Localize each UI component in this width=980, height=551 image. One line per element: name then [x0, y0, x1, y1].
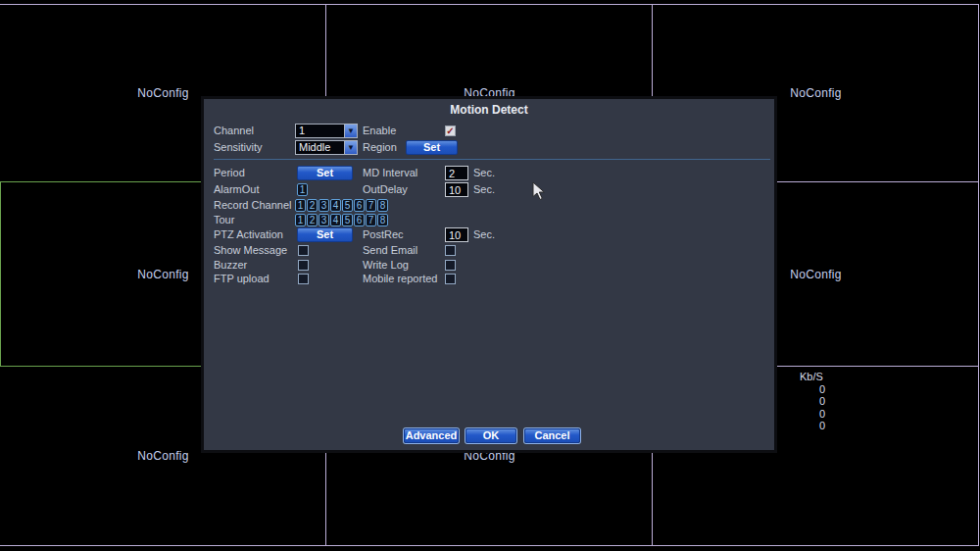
record-channel-chip[interactable]: 8 [377, 199, 388, 212]
advanced-button[interactable]: Advanced [404, 428, 459, 443]
write-log-checkbox[interactable] [445, 260, 456, 271]
region-label: Region [363, 141, 397, 153]
no-config-label: NoConfig [790, 86, 841, 100]
alarm-out-chip[interactable]: 1 [297, 183, 308, 196]
record-channel-chip[interactable]: 1 [295, 199, 306, 212]
bitrate-header: Kb/S [796, 371, 825, 383]
no-config-label: NoConfig [137, 268, 188, 281]
md-interval-unit: Sec. [473, 167, 495, 178]
dvr-screen: NoConfig NoConfig NoConfig NoConfig NoCo… [0, 0, 980, 551]
record-channel-label: Record Channel [214, 199, 292, 211]
cancel-button[interactable]: Cancel [524, 428, 580, 443]
sensitivity-select-value: Middle [296, 141, 344, 154]
ptz-activation-label: PTZ Activation [214, 228, 283, 240]
enable-label: Enable [363, 125, 396, 136]
dialog-title: Motion Detect [204, 103, 774, 117]
out-delay-input[interactable] [445, 182, 468, 197]
show-message-checkbox[interactable] [298, 245, 309, 256]
out-delay-unit: Sec. [473, 183, 495, 195]
ftp-upload-label: FTP upload [214, 273, 270, 284]
buzzer-checkbox[interactable] [298, 260, 309, 271]
bitrate-value: 0 [796, 395, 825, 408]
enable-checkbox[interactable] [445, 125, 456, 136]
chevron-down-icon[interactable]: ▼ [344, 141, 357, 154]
chevron-down-icon[interactable]: ▼ [344, 125, 357, 137]
tour-chip[interactable]: 7 [366, 214, 376, 226]
record-channel-chip[interactable]: 3 [318, 199, 329, 212]
send-email-label: Send Email [363, 244, 417, 256]
no-config-label: NoConfig [790, 268, 841, 281]
no-config-label: NoConfig [137, 86, 188, 100]
grid-line-horizontal [0, 545, 979, 546]
record-channel-chip[interactable]: 4 [330, 199, 341, 212]
tour-label: Tour [214, 214, 234, 225]
record-channel-chip[interactable]: 7 [366, 199, 376, 212]
tour-chip[interactable]: 3 [318, 214, 329, 226]
bitrate-value: 0 [796, 383, 825, 396]
md-interval-label: MD Interval [363, 167, 417, 178]
out-delay-label: OutDelay [363, 183, 408, 195]
mobile-reported-checkbox[interactable] [445, 274, 456, 284]
region-set-button[interactable]: Set [406, 140, 458, 155]
tour-chip[interactable]: 8 [377, 214, 388, 226]
sensitivity-label: Sensitivity [214, 141, 263, 153]
alarm-out-chips: 1 [297, 183, 308, 196]
tour-chips: 1 2 3 4 5 6 7 8 [295, 214, 388, 226]
mobile-reported-label: Mobile reported [363, 273, 437, 284]
tour-chip[interactable]: 6 [354, 214, 365, 226]
send-email-checkbox[interactable] [445, 245, 456, 256]
record-channel-chip[interactable]: 2 [307, 199, 318, 212]
post-rec-label: PostRec [363, 228, 404, 240]
tour-chip[interactable]: 1 [295, 214, 306, 226]
tour-chip[interactable]: 4 [330, 214, 341, 226]
channel-select-value: 1 [296, 125, 344, 137]
record-channel-chips: 1 2 3 4 5 6 7 8 [295, 199, 388, 212]
record-channel-chip[interactable]: 5 [342, 199, 353, 212]
period-set-button[interactable]: Set [297, 166, 353, 180]
ptz-activation-set-button[interactable]: Set [297, 227, 353, 242]
channel-select[interactable]: 1 ▼ [295, 124, 358, 138]
write-log-label: Write Log [363, 259, 409, 271]
mouse-cursor-icon [532, 181, 546, 201]
show-message-label: Show Message [214, 244, 287, 256]
bitrate-panel: Kb/S 0 0 0 0 [796, 371, 825, 432]
no-config-label: NoConfig [137, 449, 188, 463]
channel-label: Channel [214, 125, 254, 136]
bitrate-value: 0 [796, 420, 825, 432]
separator [214, 159, 770, 160]
bitrate-value: 0 [796, 408, 825, 421]
ok-button[interactable]: OK [466, 428, 516, 443]
buzzer-label: Buzzer [214, 259, 247, 271]
ftp-upload-checkbox[interactable] [298, 274, 309, 284]
tour-chip[interactable]: 5 [342, 214, 353, 226]
sensitivity-select[interactable]: Middle ▼ [295, 140, 358, 155]
post-rec-unit: Sec. [473, 228, 495, 240]
motion-detect-dialog: Motion Detect Channel 1 ▼ Enable Sensiti… [201, 96, 777, 453]
record-channel-chip[interactable]: 6 [354, 199, 365, 212]
period-label: Period [214, 167, 245, 178]
alarm-out-label: AlarmOut [214, 183, 259, 195]
tour-chip[interactable]: 2 [307, 214, 318, 226]
post-rec-input[interactable] [445, 227, 468, 242]
md-interval-input[interactable] [445, 166, 468, 180]
